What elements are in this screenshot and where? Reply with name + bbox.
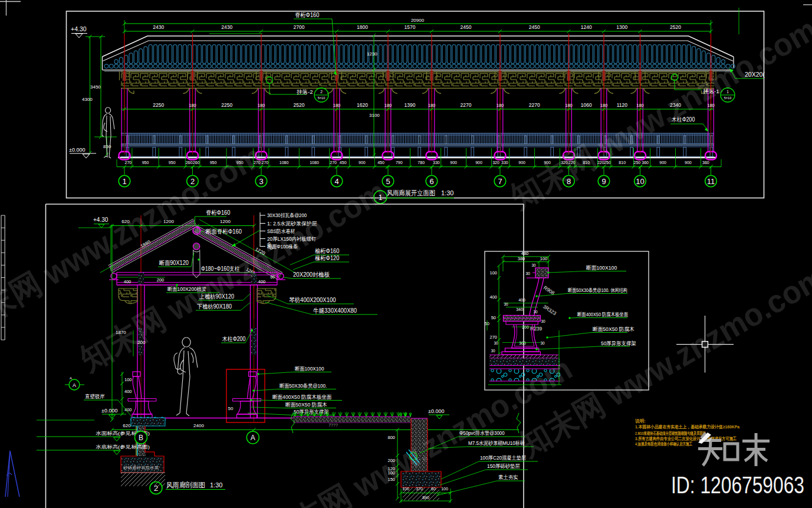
svg-text:20X200封檐板: 20X200封檐板 bbox=[293, 271, 330, 278]
svg-text:60: 60 bbox=[431, 487, 436, 491]
svg-text:950: 950 bbox=[142, 160, 149, 165]
svg-text:6: 6 bbox=[429, 177, 433, 186]
svg-text:M7.5水泥砂浆砌MU10标砖: M7.5水泥砂浆砌MU10标砖 bbox=[468, 440, 525, 446]
svg-text:270: 270 bbox=[330, 160, 337, 165]
svg-text:30: 30 bbox=[525, 271, 530, 276]
svg-text:180: 180 bbox=[428, 103, 436, 108]
svg-text:30: 30 bbox=[531, 263, 536, 267]
svg-text:A: A bbox=[251, 434, 255, 442]
svg-text:1230: 1230 bbox=[367, 51, 377, 57]
svg-text:断面50X30条凳@100.: 断面50X30条凳@100. bbox=[280, 383, 327, 389]
svg-text:260: 260 bbox=[186, 160, 193, 165]
svg-text:900: 900 bbox=[475, 160, 482, 165]
svg-text:4: 4 bbox=[334, 177, 338, 186]
svg-text:直壁驳岸: 直壁驳岸 bbox=[85, 394, 105, 399]
svg-text:360: 360 bbox=[702, 160, 709, 165]
svg-text:2: 2 bbox=[320, 90, 323, 94]
svg-text:480: 480 bbox=[521, 251, 529, 256]
svg-text:50厚异形支撑架: 50厚异形支撑架 bbox=[294, 409, 329, 415]
svg-text:1060: 1060 bbox=[581, 102, 592, 108]
svg-text:1120: 1120 bbox=[617, 102, 628, 108]
svg-text:7???: 7??? bbox=[328, 423, 338, 427]
svg-text:1800: 1800 bbox=[357, 24, 368, 30]
svg-text:断面100X100: 断面100X100 bbox=[295, 366, 324, 372]
svg-text:1:30: 1:30 bbox=[441, 189, 453, 196]
svg-text:脊桁Φ160: 脊桁Φ160 bbox=[206, 209, 231, 216]
svg-text:2: 2 bbox=[154, 484, 158, 493]
svg-text:3450: 3450 bbox=[90, 84, 101, 90]
svg-text:2430: 2430 bbox=[221, 24, 232, 30]
svg-text:3: 3 bbox=[259, 177, 263, 186]
svg-text:330: 330 bbox=[433, 160, 440, 165]
svg-text:2250: 2250 bbox=[153, 102, 164, 108]
svg-text:琴枋400X200X100: 琴枋400X200X100 bbox=[289, 296, 336, 303]
svg-text:断面400X50 防腐木板坐面: 断面400X50 防腐木板坐面 bbox=[577, 312, 628, 317]
svg-text:30: 30 bbox=[541, 319, 545, 323]
svg-text:100: 100 bbox=[124, 377, 132, 382]
svg-text:4300: 4300 bbox=[82, 97, 93, 102]
svg-text:2270: 2270 bbox=[529, 102, 540, 108]
svg-text:780: 780 bbox=[417, 160, 425, 165]
svg-text:180: 180 bbox=[333, 103, 341, 108]
svg-text:1: 1 bbox=[122, 177, 126, 186]
svg-text:400: 400 bbox=[124, 279, 132, 284]
svg-text:180: 180 bbox=[565, 103, 573, 108]
svg-text:木柱Φ200: 木柱Φ200 bbox=[222, 336, 246, 342]
svg-text:400: 400 bbox=[124, 407, 132, 412]
svg-text:挂落-2: 挂落-2 bbox=[297, 89, 313, 95]
svg-text:2270: 2270 bbox=[461, 102, 472, 108]
svg-text:断面400X50 防腐木板坐面: 断面400X50 防腐木板坐面 bbox=[272, 394, 331, 400]
svg-text:60: 60 bbox=[270, 275, 275, 279]
svg-text:400: 400 bbox=[518, 298, 525, 302]
svg-text:30: 30 bbox=[491, 349, 495, 353]
svg-text:900: 900 bbox=[659, 160, 666, 165]
svg-text:200: 200 bbox=[157, 277, 165, 283]
svg-text:1300: 1300 bbox=[616, 24, 627, 30]
svg-text:790: 790 bbox=[396, 160, 403, 165]
svg-text:2450: 2450 bbox=[461, 24, 472, 30]
svg-text:100厚C20混凝土垫层: 100厚C20混凝土垫层 bbox=[480, 455, 526, 461]
svg-text:20900: 20900 bbox=[411, 18, 425, 23]
svg-text:3100: 3100 bbox=[369, 113, 380, 118]
svg-text:脊桁Φ160: 脊桁Φ160 bbox=[295, 11, 320, 18]
svg-text:270: 270 bbox=[489, 335, 497, 340]
svg-text:50厚异形支撑架: 50厚异形支撑架 bbox=[601, 340, 636, 346]
svg-text:200: 200 bbox=[522, 325, 529, 329]
svg-text:50: 50 bbox=[491, 315, 496, 320]
svg-text:180: 180 bbox=[258, 103, 265, 108]
svg-text:+4.30: +4.30 bbox=[71, 25, 87, 32]
svg-text:ID: 1206759063: ID: 1206759063 bbox=[671, 471, 804, 499]
svg-text:2520: 2520 bbox=[294, 102, 305, 108]
svg-text:30: 30 bbox=[533, 310, 538, 314]
svg-text:2.M10浆砌块石基础须分层砌筑随砌随勾缝及双面缝: 2.M10浆砌块石基础须分层砌筑随砌随勾缝及双面缝 bbox=[635, 431, 706, 436]
svg-text:950: 950 bbox=[169, 160, 176, 165]
svg-text:900: 900 bbox=[518, 160, 525, 165]
svg-text:1620: 1620 bbox=[357, 102, 368, 108]
svg-text:320: 320 bbox=[492, 160, 499, 165]
svg-text:450: 450 bbox=[340, 160, 347, 165]
svg-text:10: 10 bbox=[636, 177, 644, 186]
svg-text:180: 180 bbox=[189, 103, 196, 108]
svg-text:30: 30 bbox=[494, 341, 498, 345]
svg-text:7: 7 bbox=[498, 177, 502, 186]
svg-text:2450: 2450 bbox=[529, 24, 540, 30]
svg-text:断面100X100: 断面100X100 bbox=[586, 264, 617, 271]
svg-text:断面50X50 防腐木: 断面50X50 防腐木 bbox=[593, 326, 635, 332]
svg-text:椽桁Φ120: 椽桁Φ120 bbox=[315, 254, 340, 261]
svg-text:2400: 2400 bbox=[193, 423, 204, 428]
svg-text:360: 360 bbox=[642, 160, 649, 165]
svg-text:450: 450 bbox=[377, 160, 384, 165]
svg-text:180: 180 bbox=[600, 103, 608, 108]
svg-text:断面50X30条凳@100. 休闲结构: 断面50X30条凳@100. 休闲结构 bbox=[568, 287, 627, 293]
svg-text:1570: 1570 bbox=[405, 24, 416, 30]
svg-text:1200: 1200 bbox=[220, 219, 231, 224]
svg-text:2520: 2520 bbox=[670, 24, 681, 30]
svg-text:A: A bbox=[73, 382, 76, 388]
svg-text:890: 890 bbox=[422, 496, 429, 500]
svg-text:180: 180 bbox=[497, 103, 504, 108]
svg-text:900: 900 bbox=[685, 160, 692, 165]
svg-text:250: 250 bbox=[634, 160, 641, 165]
svg-text:2430: 2430 bbox=[153, 24, 164, 30]
svg-text:断面90X120: 断面90X120 bbox=[159, 260, 189, 266]
svg-text:900: 900 bbox=[359, 160, 366, 165]
